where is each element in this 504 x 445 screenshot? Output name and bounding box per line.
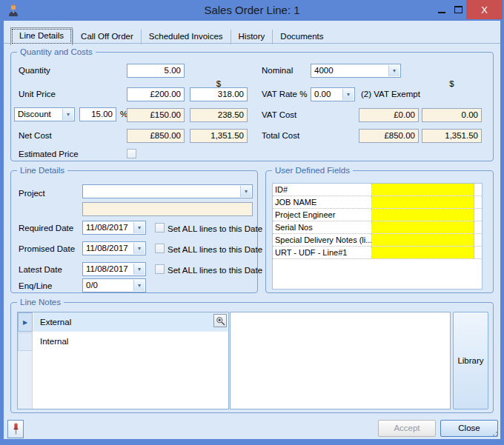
tab-call-off-order[interactable]: Call Off Order bbox=[73, 30, 141, 44]
latest-date-picker[interactable]: 11/08/2017 ▾ bbox=[82, 262, 146, 276]
line-details-legend: Line Details bbox=[17, 165, 67, 176]
udf-row-value-cell[interactable] bbox=[372, 247, 474, 258]
udf-row-label: Project Engineer bbox=[273, 209, 372, 221]
vat-cost-usd-field: 0.00 bbox=[422, 108, 482, 122]
table-row: URT - UDF - Line#1 bbox=[273, 247, 482, 259]
vat-rate-label: VAT Rate % bbox=[262, 90, 307, 98]
udf-row-value-cell[interactable] bbox=[372, 234, 474, 246]
chevron-down-icon[interactable]: ▾ bbox=[133, 243, 145, 254]
udf-row-value-cell[interactable] bbox=[372, 209, 474, 221]
maximize-button[interactable] bbox=[450, 0, 466, 19]
enq-line-label: Enq/Line bbox=[19, 281, 52, 290]
required-date-value: 11/08/2017 bbox=[86, 221, 133, 234]
table-row: JOB NAME bbox=[273, 196, 482, 209]
set-all-latest-checkbox[interactable] bbox=[155, 264, 165, 274]
accept-button[interactable]: Accept bbox=[378, 420, 436, 437]
promised-date-value: 11/08/2017 bbox=[86, 242, 133, 255]
net-cost-usd-field: 1,351.50 bbox=[190, 129, 248, 143]
unit-price-usd-input[interactable]: 318.00 bbox=[190, 87, 248, 101]
resize-grip[interactable] bbox=[490, 429, 499, 438]
line-notes-group: Line Notes ▶ External Internal bbox=[10, 302, 494, 413]
total-cost-usd-field: 1,351.50 bbox=[422, 129, 482, 143]
enq-line-select[interactable]: 0/0 ▾ bbox=[82, 278, 146, 292]
net-cost-label: Net Cost bbox=[19, 131, 52, 140]
vat-cost-label: VAT Cost bbox=[262, 110, 296, 119]
latest-date-value: 11/08/2017 bbox=[86, 263, 133, 275]
udf-row-label: URT - UDF - Line#1 bbox=[273, 247, 372, 258]
project-select[interactable]: ▾ bbox=[82, 184, 253, 198]
chevron-down-icon[interactable]: ▾ bbox=[133, 280, 145, 291]
net-cost-gbp-field: £850.00 bbox=[127, 129, 185, 143]
row-header[interactable] bbox=[18, 332, 33, 351]
latest-date-label: Latest Date bbox=[19, 265, 62, 274]
chevron-down-icon[interactable]: ▾ bbox=[133, 222, 145, 233]
discount-gbp-field: £150.00 bbox=[127, 108, 185, 122]
chevron-down-icon[interactable]: ▾ bbox=[62, 109, 73, 120]
required-date-picker[interactable]: 11/08/2017 ▾ bbox=[82, 221, 146, 235]
tab-scheduled-invoices[interactable]: Scheduled Invoices bbox=[141, 30, 231, 44]
table-row: ID# bbox=[273, 184, 482, 196]
total-cost-label: Total Cost bbox=[262, 131, 299, 140]
set-all-promised-checkbox[interactable] bbox=[155, 244, 165, 253]
tab-documents[interactable]: Documents bbox=[272, 30, 331, 44]
udf-table: ID# JOB NAME Project Engineer Serial Nos… bbox=[272, 183, 483, 290]
pushpin-icon bbox=[12, 423, 20, 435]
unit-price-gbp-input[interactable]: £200.00 bbox=[127, 87, 185, 101]
nominal-select[interactable]: 4000 ▾ bbox=[311, 64, 401, 78]
set-all-required-checkbox[interactable] bbox=[155, 223, 165, 232]
line-details-group: Line Details Project ▾ Required Date 11/… bbox=[10, 170, 258, 293]
udf-row-value-cell[interactable] bbox=[372, 221, 474, 233]
table-row: Serial Nos bbox=[273, 221, 482, 234]
udf-row-value-cell[interactable] bbox=[372, 184, 474, 195]
set-all-promised-label: Set ALL lines to this Date bbox=[168, 245, 262, 254]
nominal-value: 4000 bbox=[314, 64, 388, 77]
list-item-external[interactable]: External bbox=[33, 312, 228, 332]
titlebar: Sales Order Line: 1 X bbox=[0, 0, 504, 21]
vat-exempt-text: (2) VAT Exempt bbox=[361, 90, 420, 98]
tab-bar: Line Details Call Off Order Scheduled In… bbox=[10, 27, 331, 44]
tab-history[interactable]: History bbox=[231, 30, 273, 44]
sales-order-line-window: Sales Order Line: 1 X Line Details Call … bbox=[0, 0, 504, 445]
vat-cost-gbp-field: £0.00 bbox=[359, 108, 419, 122]
note-text-area[interactable] bbox=[230, 312, 451, 409]
maximize-icon bbox=[454, 6, 462, 13]
total-cost-gbp-field: £850.00 bbox=[359, 129, 419, 143]
list-item-internal[interactable]: Internal bbox=[33, 332, 228, 351]
promised-date-picker[interactable]: 11/08/2017 ▾ bbox=[82, 241, 146, 255]
quantity-label: Quantity bbox=[19, 66, 50, 75]
note-type-list: ▶ External Internal bbox=[17, 312, 229, 409]
unit-price-label: Unit Price bbox=[19, 90, 56, 98]
udf-row-label: JOB NAME bbox=[273, 196, 372, 208]
pin-button[interactable] bbox=[7, 420, 24, 438]
minimize-button[interactable] bbox=[434, 0, 450, 19]
close-window-button[interactable]: X bbox=[466, 0, 503, 19]
magnifier-plus-icon bbox=[216, 316, 225, 326]
chevron-down-icon[interactable]: ▾ bbox=[342, 89, 354, 100]
discount-mode-select[interactable]: Discount ▾ bbox=[14, 107, 75, 121]
tab-line-details[interactable]: Line Details bbox=[10, 27, 73, 45]
chevron-down-icon[interactable]: ▾ bbox=[133, 264, 145, 275]
user-defined-fields-legend: User Defined Fields bbox=[272, 165, 353, 176]
library-button[interactable]: Library bbox=[453, 312, 488, 409]
vat-rate-select[interactable]: 0.00 ▾ bbox=[311, 87, 355, 101]
discount-percent-input[interactable]: 15.00 bbox=[79, 107, 116, 121]
usd-column-header-right: $ bbox=[422, 79, 482, 88]
required-date-label: Required Date bbox=[19, 224, 73, 232]
promised-date-label: Promised Date bbox=[19, 244, 75, 253]
nominal-label: Nominal bbox=[262, 66, 293, 75]
table-row: Project Engineer bbox=[273, 209, 482, 221]
enq-line-value: 0/0 bbox=[86, 279, 133, 292]
discount-usd-field: 238.50 bbox=[190, 108, 248, 122]
chevron-down-icon[interactable]: ▾ bbox=[240, 186, 251, 197]
udf-row-value-cell[interactable] bbox=[372, 196, 474, 208]
project-detail-field bbox=[82, 202, 253, 216]
table-row: Special Delivery Notes (li... bbox=[273, 234, 482, 247]
set-all-latest-label: Set ALL lines to this Date bbox=[168, 266, 262, 275]
notes-zoom-button[interactable] bbox=[213, 314, 227, 327]
chevron-down-icon[interactable]: ▾ bbox=[388, 65, 399, 76]
selected-row-header[interactable]: ▶ bbox=[18, 312, 33, 332]
quantity-input[interactable]: 5.00 bbox=[127, 64, 185, 78]
udf-row-label: Special Delivery Notes (li... bbox=[273, 234, 372, 246]
estimated-price-checkbox[interactable] bbox=[127, 149, 136, 158]
window-title: Sales Order Line: 1 bbox=[0, 0, 504, 21]
